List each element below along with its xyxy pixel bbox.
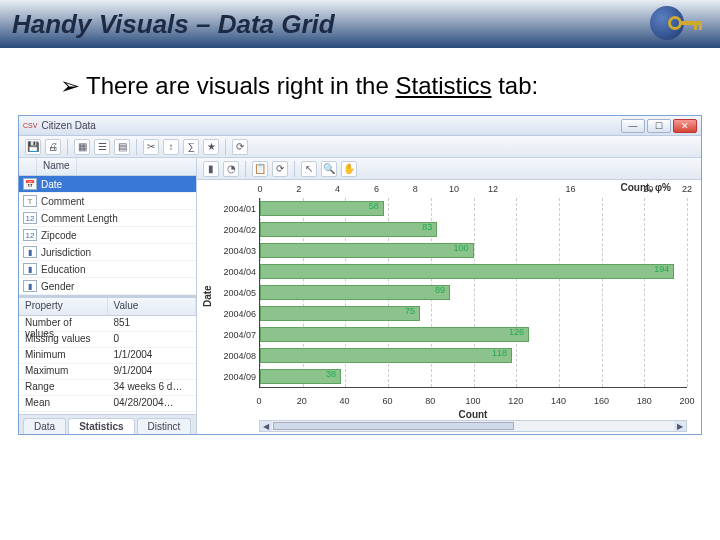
property-row: Missing values0 [19, 332, 196, 348]
type-icon: 12 [23, 212, 37, 224]
x-axis-title: Count [459, 409, 488, 420]
scroll-left-button[interactable]: ◀ [260, 421, 272, 431]
variable-row[interactable]: ▮Gender [19, 278, 196, 295]
properties-header-value: Value [108, 298, 197, 315]
variable-row[interactable]: 12Comment Length [19, 210, 196, 227]
x-tick-top: 12 [488, 184, 498, 194]
bar[interactable]: 38 [260, 369, 341, 384]
property-row: Number of values851 [19, 316, 196, 332]
y-tick: 2004/01 [212, 204, 256, 214]
x-tick-top: 22 [682, 184, 692, 194]
x-tick-bottom: 0 [256, 396, 261, 406]
bar-value-label: 58 [369, 202, 379, 211]
variables-list: 📅DateTComment12Comment Length12Zipcode▮J… [19, 176, 196, 295]
sort-icon[interactable]: ↕ [163, 139, 179, 155]
bar-value-label: 38 [326, 370, 336, 379]
scroll-right-button[interactable]: ▶ [674, 421, 686, 431]
group-icon[interactable]: ∑ [183, 139, 199, 155]
tab-data[interactable]: Data [23, 418, 66, 434]
piechart-icon[interactable]: ◔ [223, 161, 239, 177]
property-key: Range [19, 380, 108, 395]
tab-statistics[interactable]: Statistics [68, 418, 134, 434]
close-button[interactable]: ✕ [673, 119, 697, 133]
copy-chart-icon[interactable]: 📋 [252, 161, 268, 177]
property-value: 851 [108, 316, 197, 331]
pan-icon[interactable]: ✋ [341, 161, 357, 177]
slide-title-bar: Handy Visuals – Data Grid [0, 0, 720, 48]
bar[interactable]: 89 [260, 285, 450, 300]
x-tick-bottom: 20 [297, 396, 307, 406]
property-row: Range34 weeks 6 d… [19, 380, 196, 396]
zoom-icon[interactable]: 🔍 [321, 161, 337, 177]
bar[interactable]: 83 [260, 222, 437, 237]
variable-row[interactable]: 📅Date [19, 176, 196, 193]
y-tick: 2004/02 [212, 225, 256, 235]
y-tick: 2004/04 [212, 267, 256, 277]
toolbar-separator [294, 161, 295, 177]
variable-row[interactable]: ▮Education [19, 261, 196, 278]
bar[interactable]: 58 [260, 201, 384, 216]
maximize-button[interactable]: ☐ [647, 119, 671, 133]
x-tick-bottom: 140 [551, 396, 566, 406]
property-value: 9/1/2004 [108, 364, 197, 379]
y-tick: 2004/03 [212, 246, 256, 256]
bar[interactable]: 100 [260, 243, 474, 258]
chart-icon[interactable]: ▦ [74, 139, 90, 155]
refresh-chart-icon[interactable]: ⟳ [272, 161, 288, 177]
variable-row[interactable]: 12Zipcode [19, 227, 196, 244]
print-icon[interactable]: 🖨 [45, 139, 61, 155]
x-tick-bottom: 120 [508, 396, 523, 406]
property-key: Maximum [19, 364, 108, 379]
app-window: CSV Citizen Data — ☐ ✕ 💾 🖨 ▦ ☰ ▤ ✂ ↕ ∑ ★… [18, 115, 702, 435]
toolbar-separator [225, 139, 226, 155]
property-value: 34 weeks 6 d… [108, 380, 197, 395]
type-icon: ▮ [23, 280, 37, 292]
property-key: Minimum [19, 348, 108, 363]
scroll-track[interactable] [272, 421, 674, 431]
bar-value-label: 194 [654, 265, 669, 274]
variable-label: Date [41, 179, 62, 190]
y-axis-title: Date [202, 286, 213, 308]
bar[interactable]: 75 [260, 306, 420, 321]
toolbar-separator [136, 139, 137, 155]
property-value: 0 [108, 332, 197, 347]
x-tick-top: 0 [257, 184, 262, 194]
gridline-v [687, 198, 688, 387]
variables-pane: Name 📅DateTComment12Comment Length12Zipc… [19, 158, 197, 434]
type-icon: ▮ [23, 246, 37, 258]
bar-value-label: 100 [453, 244, 468, 253]
scroll-thumb[interactable] [273, 422, 514, 430]
x-tick-bottom: 60 [382, 396, 392, 406]
x-tick-bottom: 180 [637, 396, 652, 406]
slide-logo-icon [640, 4, 708, 44]
chart-area: Count, φ% Date 0246810121620222004/01582… [197, 180, 701, 434]
gridline-v [559, 198, 560, 387]
variable-label: Comment [41, 196, 84, 207]
gridline-v [644, 198, 645, 387]
x-tick-top: 2 [296, 184, 301, 194]
save-icon[interactable]: 💾 [25, 139, 41, 155]
pointer-icon[interactable]: ↖ [301, 161, 317, 177]
x-tick-bottom: 100 [465, 396, 480, 406]
format-icon[interactable]: ★ [203, 139, 219, 155]
bar[interactable]: 126 [260, 327, 529, 342]
variable-row[interactable]: ▮Jurisdiction [19, 244, 196, 261]
filter-icon[interactable]: ✂ [143, 139, 159, 155]
table-icon[interactable]: ☰ [94, 139, 110, 155]
chart-h-scrollbar[interactable]: ◀ ▶ [259, 420, 687, 432]
window-titlebar[interactable]: CSV Citizen Data — ☐ ✕ [19, 116, 701, 136]
refresh-icon[interactable]: ⟳ [232, 139, 248, 155]
property-key: Mean [19, 396, 108, 411]
minimize-button[interactable]: — [621, 119, 645, 133]
variable-row[interactable]: TComment [19, 193, 196, 210]
x-tick-bottom: 160 [594, 396, 609, 406]
type-icon: 📅 [23, 178, 37, 190]
chart-toolbar: ▮ ◔ 📋 ⟳ ↖ 🔍 ✋ [197, 158, 701, 180]
tab-distinct[interactable]: Distinct [137, 418, 192, 434]
bar[interactable]: 118 [260, 348, 512, 363]
gridline-v [516, 198, 517, 387]
pivot-icon[interactable]: ▤ [114, 139, 130, 155]
barchart-icon[interactable]: ▮ [203, 161, 219, 177]
bar[interactable]: 194 [260, 264, 674, 279]
y-tick: 2004/06 [212, 309, 256, 319]
